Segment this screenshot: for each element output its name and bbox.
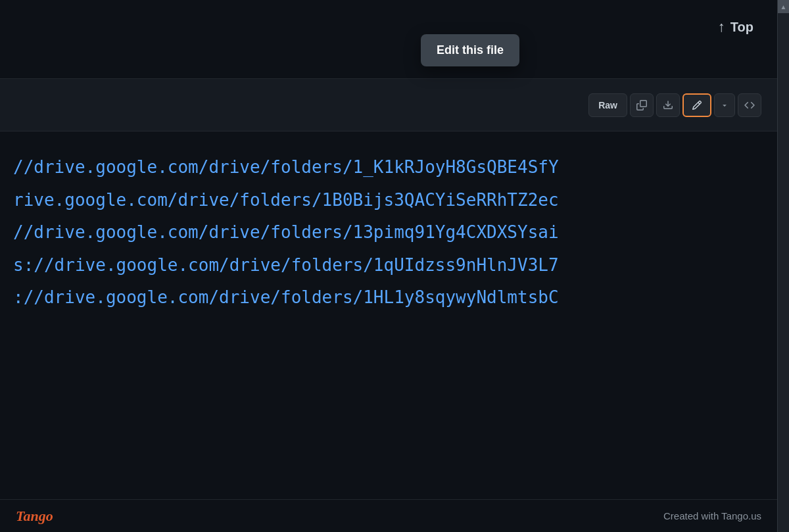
copy-icon	[636, 100, 647, 110]
file-line: //drive.google.com/drive/folders/13pimq9…	[13, 216, 777, 249]
created-with-text: Created with Tango.us	[663, 510, 761, 521]
tooltip-text: Edit this file	[437, 43, 504, 57]
file-line: rive.google.com/drive/folders/1B0Bijs3QA…	[13, 184, 777, 217]
scrollbar-track[interactable]	[777, 0, 789, 532]
edit-button[interactable]	[682, 93, 711, 117]
chevron-down-icon	[721, 101, 729, 109]
toolbar: Raw	[0, 79, 777, 132]
top-button[interactable]: ↑ Top	[710, 13, 761, 41]
file-line: s://drive.google.com/drive/folders/1qUId…	[13, 249, 777, 282]
raw-button[interactable]: Raw	[588, 93, 627, 117]
footer: Tango Created with Tango.us	[0, 499, 777, 532]
file-content: //drive.google.com/drive/folders/1_K1kRJ…	[0, 151, 777, 314]
code-view-button[interactable]	[738, 93, 761, 117]
file-line: //drive.google.com/drive/folders/1_K1kRJ…	[13, 151, 777, 184]
download-button[interactable]	[656, 93, 680, 117]
tango-logo: Tango	[16, 508, 53, 525]
file-line: ://drive.google.com/drive/folders/1HL1y8…	[13, 281, 777, 314]
pencil-icon	[692, 100, 702, 110]
top-label: Top	[730, 20, 753, 35]
top-bar: ↑ Top	[0, 0, 777, 79]
file-content-area: //drive.google.com/drive/folders/1_K1kRJ…	[0, 132, 777, 499]
code-icon	[744, 100, 755, 110]
copy-button[interactable]	[630, 93, 654, 117]
edit-tooltip: Edit this file	[421, 34, 519, 66]
raw-label: Raw	[598, 100, 617, 110]
download-icon	[663, 100, 673, 110]
scrollbar-up-button[interactable]	[778, 0, 789, 13]
dropdown-button[interactable]	[714, 93, 735, 117]
up-arrow-icon: ↑	[718, 18, 725, 36]
